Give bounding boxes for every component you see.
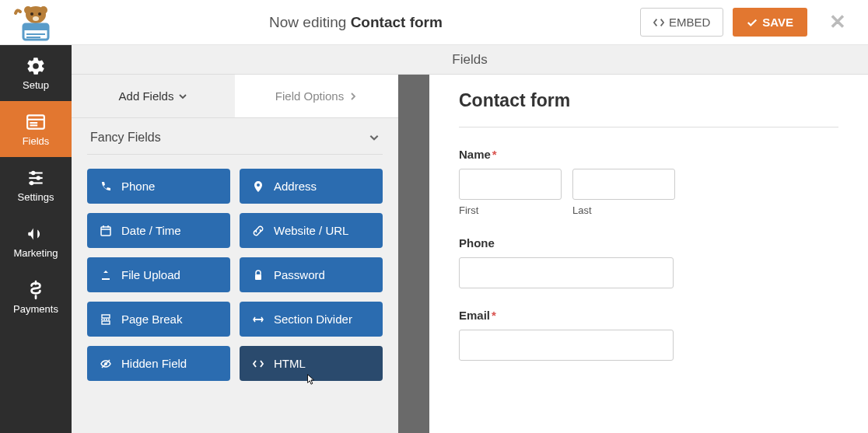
- tab-field-options[interactable]: Field Options: [235, 75, 398, 117]
- field-website-url[interactable]: Website / URL: [240, 213, 383, 248]
- svg-rect-25: [102, 315, 110, 318]
- form-title: Contact form: [459, 90, 838, 111]
- field-file-upload[interactable]: File Upload: [87, 257, 230, 292]
- field-address[interactable]: Address: [240, 169, 383, 204]
- sidebar-item-fields[interactable]: Fields: [0, 101, 72, 157]
- field-password[interactable]: Password: [240, 257, 383, 292]
- field-page-break[interactable]: Page Break: [87, 302, 230, 337]
- group-fancy-fields[interactable]: Fancy Fields: [72, 118, 398, 154]
- tab-add-fields[interactable]: Add Fields: [72, 75, 235, 117]
- phone-label: Phone: [459, 236, 838, 250]
- email-input[interactable]: [459, 330, 674, 361]
- last-sublabel: Last: [572, 204, 675, 216]
- svg-point-3: [30, 12, 33, 16]
- svg-rect-26: [102, 321, 110, 324]
- svg-rect-24: [255, 274, 261, 280]
- name-label: Name*: [459, 148, 838, 161]
- form-preview: Contact form Name* First Last: [429, 75, 868, 433]
- field-hidden-field[interactable]: Hidden Field: [87, 346, 230, 381]
- embed-button[interactable]: EMBED: [640, 8, 723, 37]
- field-date-time[interactable]: Date / Time: [87, 213, 230, 248]
- phone-icon: [100, 180, 112, 193]
- sidebar-item-marketing[interactable]: Marketing: [0, 213, 72, 269]
- first-sublabel: First: [459, 204, 562, 216]
- sidebar-item-settings[interactable]: Settings: [0, 157, 72, 213]
- sidebar-item-payments[interactable]: Payments: [0, 269, 72, 325]
- top-bar: Now editing Contact form EMBED SAVE ✕: [0, 0, 868, 45]
- chevron-down-icon: [369, 132, 380, 143]
- section-header: Fields: [72, 45, 868, 75]
- svg-point-2: [40, 6, 47, 14]
- upload-icon: [100, 269, 112, 281]
- phone-input[interactable]: [459, 257, 674, 288]
- svg-point-1: [24, 6, 32, 14]
- lock-icon: [252, 269, 264, 281]
- field-phone[interactable]: Phone: [87, 169, 230, 204]
- svg-point-4: [38, 12, 41, 16]
- svg-rect-7: [23, 24, 48, 30]
- svg-point-5: [33, 16, 39, 21]
- code-icon: [252, 358, 264, 370]
- fields-panel: Add Fields Field Options Fancy Fields: [72, 75, 398, 433]
- page-break-icon: [100, 313, 112, 326]
- svg-point-17: [37, 176, 40, 180]
- field-section-divider[interactable]: Section Divider: [240, 302, 383, 337]
- app-logo: [0, 0, 72, 45]
- last-name-input[interactable]: [572, 169, 675, 200]
- sidebar-nav: Setup Fields Settings Marketing Payments: [0, 45, 72, 433]
- svg-point-19: [30, 180, 33, 184]
- map-pin-icon: [252, 180, 264, 193]
- svg-rect-20: [101, 227, 110, 236]
- field-html[interactable]: HTML: [240, 346, 383, 381]
- divider-icon: [252, 313, 264, 326]
- calendar-icon: [100, 225, 112, 237]
- gutter: [398, 75, 429, 433]
- svg-point-15: [31, 170, 35, 174]
- cursor-icon: [305, 373, 317, 386]
- close-icon[interactable]: ✕: [823, 10, 852, 34]
- sidebar-item-setup[interactable]: Setup: [0, 45, 72, 101]
- first-name-input[interactable]: [459, 169, 562, 200]
- email-label: Email*: [459, 309, 838, 322]
- link-icon: [252, 225, 264, 237]
- page-title: Now editing Contact form: [72, 14, 640, 31]
- eye-off-icon: [100, 358, 112, 370]
- save-button[interactable]: SAVE: [733, 8, 807, 37]
